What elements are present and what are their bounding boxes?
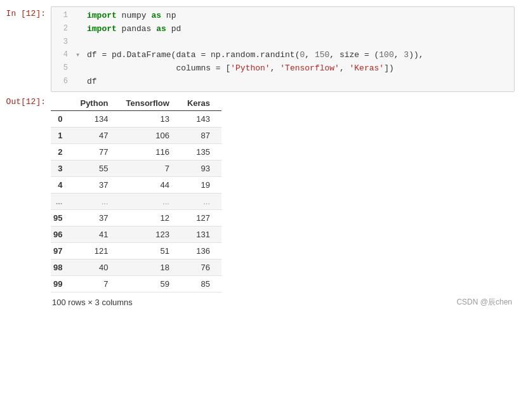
input-cell: In [12]: 1 import numpy as np 2 import p…	[0, 6, 521, 92]
code-line-1: 1 import numpy as np	[55, 10, 510, 23]
code-line-4: 4 ▾ df = pd.DataFrame(data = np.random.r…	[55, 49, 510, 62]
cell-python: 55	[74, 160, 119, 176]
row-idx: 96	[51, 226, 74, 242]
output-cell: Out[12]: Python Tensorflow Keras 0 134	[0, 95, 521, 307]
cell-tensorflow: 116	[120, 143, 181, 160]
line-num-4: 4	[55, 49, 68, 62]
cell-keras: 76	[181, 259, 221, 275]
table-row: 1 47 106 87	[51, 127, 221, 143]
cell-python: 47	[74, 127, 119, 143]
table-row: 96 41 123 131	[51, 226, 221, 242]
code-line-5: 5 columns = ['Python', 'Tensorflow', 'Ke…	[55, 62, 510, 75]
cell-ellipsis-keras: ...	[181, 193, 221, 209]
cell-tensorflow: 106	[120, 127, 181, 143]
cell-tensorflow: 44	[120, 176, 181, 193]
line-num-1: 1	[55, 10, 68, 23]
cell-ellipsis-tensorflow: ...	[120, 193, 181, 209]
row-idx: 99	[51, 275, 74, 292]
row-idx-ellipsis: ...	[51, 193, 74, 209]
fold-arrow: ▾	[76, 49, 84, 62]
code-text-5: columns = ['Python', 'Tensorflow', 'Kera…	[87, 62, 394, 75]
cell-tensorflow: 123	[120, 226, 181, 242]
col-header-keras: Keras	[181, 96, 221, 111]
line-num-2: 2	[55, 23, 68, 36]
dataframe-table: Python Tensorflow Keras 0 134 13 143	[51, 96, 221, 292]
table-header-row: Python Tensorflow Keras	[51, 96, 221, 111]
cell-keras: 131	[181, 226, 221, 242]
output-content: Python Tensorflow Keras 0 134 13 143	[51, 95, 515, 307]
cell-keras: 87	[181, 127, 221, 143]
row-idx: 2	[51, 143, 74, 160]
code-line-3: 3	[55, 36, 510, 49]
cell-python: 121	[74, 242, 119, 259]
cell-keras: 127	[181, 209, 221, 226]
col-header-python: Python	[74, 96, 119, 111]
code-text-1: import numpy as np	[87, 10, 176, 23]
line-num-6: 6	[55, 75, 68, 89]
cell-keras: 143	[181, 110, 221, 127]
cell-python: 37	[74, 176, 119, 193]
cell-keras: 19	[181, 176, 221, 193]
cell-keras: 85	[181, 275, 221, 292]
line-num-5: 5	[55, 62, 68, 75]
table-row: 4 37 44 19	[51, 176, 221, 193]
row-idx: 4	[51, 176, 74, 193]
cell-tensorflow: 18	[120, 259, 181, 275]
cell-ellipsis-python: ...	[74, 193, 119, 209]
row-idx: 97	[51, 242, 74, 259]
code-line-2: 2 import pandas as pd	[55, 23, 510, 36]
table-row: 99 7 59 85	[51, 275, 221, 292]
col-header-tensorflow: Tensorflow	[120, 96, 181, 111]
cell-keras: 93	[181, 160, 221, 176]
code-text-4: df = pd.DataFrame(data = np.random.randi…	[87, 49, 424, 62]
table-row: 98 40 18 76	[51, 259, 221, 275]
code-line-6: 6 df	[55, 75, 510, 89]
row-idx: 3	[51, 160, 74, 176]
cell-python: 41	[74, 226, 119, 242]
row-idx: 1	[51, 127, 74, 143]
col-header-index	[51, 96, 74, 111]
table-row: 2 77 116 135	[51, 143, 221, 160]
cell-tensorflow: 13	[120, 110, 181, 127]
cell-tensorflow: 59	[120, 275, 181, 292]
row-idx: 98	[51, 259, 74, 275]
code-text-3	[87, 36, 92, 49]
table-row: 95 37 12 127	[51, 209, 221, 226]
row-idx: 0	[51, 110, 74, 127]
cell-tensorflow: 51	[120, 242, 181, 259]
table-row-ellipsis: ... ... ... ...	[51, 193, 221, 209]
dataframe-summary: 100 rows × 3 columns	[52, 298, 515, 307]
table-row: 3 55 7 93	[51, 160, 221, 176]
line-num-3: 3	[55, 36, 68, 49]
cell-python: 40	[74, 259, 119, 275]
code-block[interactable]: 1 import numpy as np 2 import pandas as …	[51, 6, 515, 92]
cell-keras: 136	[181, 242, 221, 259]
row-idx: 95	[51, 209, 74, 226]
table-row: 97 121 51 136	[51, 242, 221, 259]
cell-python: 77	[74, 143, 119, 160]
input-label: In [12]:	[0, 6, 51, 92]
cell-tensorflow: 12	[120, 209, 181, 226]
cell-keras: 135	[181, 143, 221, 160]
notebook-container: In [12]: 1 import numpy as np 2 import p…	[0, 0, 521, 420]
output-label: Out[12]:	[0, 95, 51, 307]
cell-python: 7	[74, 275, 119, 292]
cell-python: 134	[74, 110, 119, 127]
cell-tensorflow: 7	[120, 160, 181, 176]
cell-python: 37	[74, 209, 119, 226]
code-text-2: import pandas as pd	[87, 23, 181, 36]
code-text-6: df	[87, 75, 97, 89]
table-row: 0 134 13 143	[51, 110, 221, 127]
